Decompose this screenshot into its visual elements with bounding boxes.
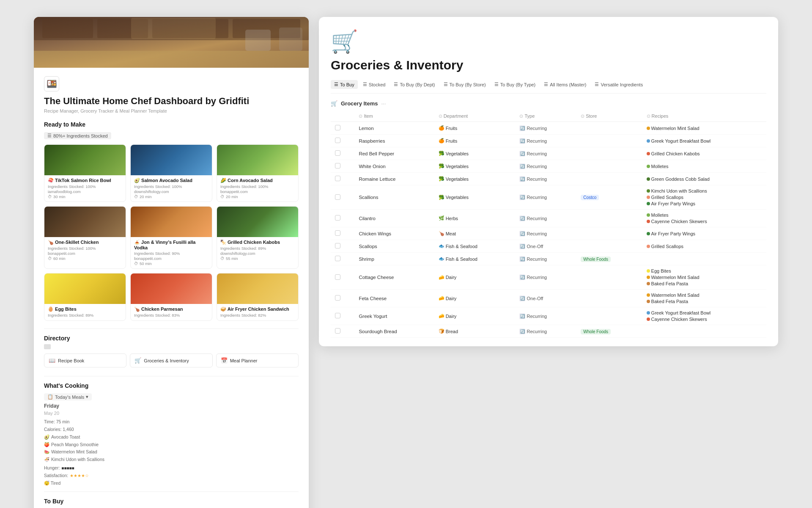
recipe-link[interactable]: Green Goddess Cobb Salad — [647, 177, 762, 182]
tab-to-buy-by-dept[interactable]: ☰To Buy (By Dept) — [390, 80, 438, 89]
row-checkbox[interactable] — [335, 274, 340, 280]
recipe-info: 🥚 Egg Bites Ingredients Stocked: 89% — [44, 304, 126, 320]
recipe-link[interactable]: Air Fryer Party Wings — [647, 231, 762, 236]
type-icon: 🔄 — [519, 125, 525, 131]
tab-label: To Buy — [340, 82, 354, 87]
row-checkbox[interactable] — [335, 194, 340, 200]
recipe-link[interactable]: Baked Feta Pasta — [647, 281, 762, 286]
recipe-link[interactable]: Grilled Scallops — [647, 195, 762, 200]
directory-card[interactable]: 📖Recipe Book — [44, 353, 126, 367]
tab-to-buy-by-store[interactable]: ☰To Buy (By Store) — [440, 80, 489, 89]
grocery-table-more[interactable]: ··· — [381, 100, 386, 107]
recipe-link-label: Baked Feta Pasta — [651, 281, 688, 286]
recipe-link[interactable]: Watermelon Mint Salad — [647, 275, 762, 280]
svg-rect-0 — [34, 17, 309, 68]
recipe-card[interactable]: 🍝 Jon & Vinny's Fusilli alla Vodka Ingre… — [130, 206, 212, 269]
row-checkbox[interactable] — [335, 215, 340, 221]
recipe-card[interactable]: 🥪 Air Fryer Chicken Sandwich Ingredients… — [217, 273, 299, 321]
recipe-link[interactable]: Watermelon Mint Salad — [647, 293, 762, 298]
type-icon: 🔄 — [519, 243, 525, 249]
recipe-info: 🍝 Jon & Vinny's Fusilli alla Vodka Ingre… — [131, 237, 212, 268]
meal-name: Peach Mango Smoothie — [51, 441, 99, 449]
dept-label: Fruits — [446, 126, 458, 131]
recipe-link[interactable]: Greek Yogurt Breakfast Bowl — [647, 138, 762, 144]
dept-icon: 🍊 — [439, 138, 444, 144]
row-checkbox[interactable] — [335, 328, 340, 334]
tab-icon: ☰ — [363, 82, 367, 87]
recipe-link[interactable]: Air Fryer Party Wings — [647, 201, 762, 206]
type-badge: 🔄Recurring — [519, 163, 547, 169]
recipe-dot — [647, 245, 650, 248]
row-checkbox[interactable] — [335, 163, 340, 168]
tab-stocked[interactable]: ☰Stocked — [359, 80, 389, 89]
recipe-link[interactable]: Watermelon Mint Salad — [647, 126, 762, 131]
recipe-card[interactable]: 🌽 Corn Avocado Salad Ingredients Stocked… — [217, 144, 299, 202]
recipe-dot — [647, 311, 650, 315]
recipe-link[interactable]: Cayenne Chicken Skewers — [647, 219, 762, 224]
tab-versatile-ingredients[interactable]: ☰Versatile Ingredients — [591, 80, 646, 89]
row-checkbox[interactable] — [335, 150, 340, 156]
tab-to-buy[interactable]: ☰To Buy — [331, 80, 358, 89]
dept-badge: 🐟Fish & Seafood — [439, 256, 477, 262]
dept-cell: 🥦Vegetables — [434, 185, 516, 210]
recipe-card[interactable]: 🥚 Egg Bites Ingredients Stocked: 89% — [44, 273, 126, 321]
directory-card[interactable]: 🛒Groceries & Inventory — [130, 353, 212, 367]
row-checkbox[interactable] — [335, 125, 340, 130]
dept-label: Dairy — [446, 314, 457, 319]
recipe-link[interactable]: Grilled Chicken Kabobs — [647, 151, 762, 156]
recipe-link[interactable]: Grilled Scallops — [647, 244, 762, 249]
grocery-table-icon: 🛒 — [331, 100, 337, 107]
row-checkbox[interactable] — [335, 243, 340, 248]
recipe-card[interactable]: 🥑 Salmon Avocado Salad Ingredients Stock… — [130, 144, 212, 202]
type-cell: 🔄Recurring — [515, 185, 576, 210]
recipe-time: ⏱20 min — [134, 194, 208, 199]
dept-label: Vegetables — [446, 151, 469, 156]
row-checkbox[interactable] — [335, 230, 340, 236]
dir-icon-1 — [44, 344, 51, 349]
meal-emoji: 🍑 — [44, 441, 49, 449]
recipe-image — [44, 207, 126, 237]
recipe-name: 🥪 Air Fryer Chicken Sandwich — [220, 306, 295, 312]
row-checkbox[interactable] — [335, 176, 340, 181]
recipe-link-label: Watermelon Mint Salad — [651, 126, 700, 131]
recipe-card[interactable]: 🍣 TikTok Salmon Rice Bowl Ingredients St… — [44, 144, 126, 202]
recipe-info: 🥪 Air Fryer Chicken Sandwich Ingredients… — [217, 304, 298, 320]
recipe-card[interactable]: 🍗 One-Skillet Chicken Ingredients Stocke… — [44, 206, 126, 269]
recipe-link[interactable]: Baked Feta Pasta — [647, 299, 762, 304]
recipe-link[interactable]: Egg Bites — [647, 268, 762, 273]
tab-all-items-master[interactable]: ☰All Items (Master) — [540, 80, 590, 89]
panels-container: 🍱 The Ultimate Home Chef Dashboard by Gr… — [34, 17, 778, 508]
type-cell: 🔄One-Off — [515, 240, 576, 253]
meals-selector[interactable]: 📋 Today's Meals ▾ — [44, 393, 92, 400]
table-row: Chicken Wings🍗Meat🔄RecurringAir Fryer Pa… — [331, 227, 766, 240]
directory-card[interactable]: 📅Meal Planner — [216, 353, 299, 367]
recipe-link[interactable]: Molletes — [647, 213, 762, 218]
grocery-table: ⊙Item⊙Department⊙Type⊙Store⊙Recipes Lemo… — [331, 111, 766, 338]
recipe-dot — [647, 318, 650, 321]
tab-to-buy-by-type[interactable]: ☰To Buy (By Type) — [491, 80, 539, 89]
type-cell: 🔄Recurring — [515, 307, 576, 325]
filter-badge[interactable]: ☰ 80%+ Ingredients Stocked — [44, 132, 111, 139]
type-badge: 🔄Recurring — [519, 215, 547, 221]
row-checkbox[interactable] — [335, 313, 340, 318]
type-badge: 🔄Recurring — [519, 176, 547, 182]
cooking-section: What's Cooking 📋 Today's Meals ▾ Friday … — [44, 376, 299, 491]
row-checkbox[interactable] — [335, 256, 340, 261]
recipe-image — [131, 273, 212, 304]
table-row: Cottage Cheese🧀Dairy🔄RecurringEgg BitesW… — [331, 265, 766, 290]
satisfaction-star: ★ — [81, 473, 85, 478]
dept-cell: 🥦Vegetables — [434, 147, 516, 160]
recipes-cell: Watermelon Mint Salad — [642, 122, 766, 135]
recipe-card[interactable]: 🍗 Chicken Parmesan Ingredients Stocked: … — [130, 273, 212, 321]
row-checkbox[interactable] — [335, 138, 340, 143]
store-cell — [576, 173, 642, 185]
row-checkbox[interactable] — [335, 295, 340, 301]
recipe-link[interactable]: Cayenne Chicken Skewers — [647, 317, 762, 322]
recipe-card[interactable]: 🍢 Grilled Chicken Kabobs Ingredients Sto… — [217, 206, 299, 269]
recipe-link[interactable]: Molletes — [647, 164, 762, 169]
dept-label: Fish & Seafood — [446, 244, 477, 249]
recipe-link[interactable]: Kimchi Udon with Scallions — [647, 188, 762, 193]
recipe-link[interactable]: Greek Yogurt Breakfast Bowl — [647, 310, 762, 315]
type-label: Recurring — [527, 151, 547, 156]
left-content: 🍱 The Ultimate Home Chef Dashboard by Gr… — [34, 68, 309, 508]
